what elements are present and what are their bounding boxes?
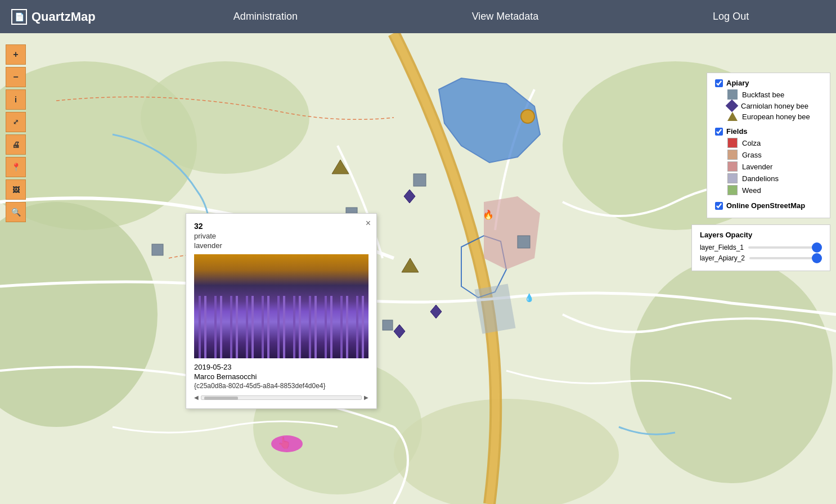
grass-label: Grass: [742, 151, 762, 159]
print-button[interactable]: 🖨: [6, 134, 26, 155]
layer-fields-row: layer_Fields_1: [700, 244, 822, 251]
popup-scrollbar: ◀ ▶: [194, 394, 368, 400]
grass-icon: [727, 150, 738, 160]
layers-opacity-panel: Layers Opacity layer_Fields_1 layer_Apia…: [691, 224, 830, 271]
main-nav: Administration View Metadata Log Out: [146, 11, 836, 22]
osm-checkbox[interactable]: [715, 202, 723, 210]
nav-view-metadata[interactable]: View Metadata: [472, 11, 539, 22]
popup-close-button[interactable]: ×: [366, 218, 371, 228]
apiary-label: Apiary: [726, 79, 749, 87]
search-button[interactable]: 🔍: [6, 202, 26, 222]
popup-access: private: [194, 232, 368, 240]
nav-administration[interactable]: Administration: [233, 11, 298, 22]
nav-logout[interactable]: Log Out: [713, 11, 749, 22]
scroll-left-arrow[interactable]: ◀: [194, 394, 199, 400]
apiary-checkbox[interactable]: [715, 79, 723, 87]
weed-icon: [727, 185, 738, 195]
brand: 📄 QuartzMap: [0, 9, 146, 25]
share-button[interactable]: ⤢: [6, 112, 26, 132]
apiary-section: Apiary: [715, 79, 822, 87]
scroll-track[interactable]: [201, 395, 362, 400]
layer-apiary-label: layer_Apiary_2: [700, 254, 745, 262]
svg-point-23: [521, 110, 534, 123]
colza-label: Colza: [742, 139, 761, 147]
scroll-thumb: [204, 397, 238, 400]
zoom-in-button[interactable]: +: [6, 44, 26, 65]
european-label: European honey bee: [742, 112, 810, 121]
opacity-title: Layers Opacity: [700, 231, 822, 239]
legend-grass: Grass: [727, 150, 822, 160]
buckfast-label: Buckfast bee: [742, 91, 784, 99]
zoom-out-button[interactable]: −: [6, 67, 26, 87]
layer-fields-label: layer_Fields_1: [700, 244, 744, 251]
popup-user: Marco Bernasocchi: [194, 372, 368, 381]
brand-icon: 📄: [11, 9, 27, 25]
legend-panel: Apiary Buckfast bee Carniolan honey bee …: [707, 73, 830, 218]
svg-point-27: [271, 435, 303, 452]
header: 📄 QuartzMap Administration View Metadata…: [0, 0, 836, 33]
feature-popup: × 32 private lavender 2019-05-23 Marco B…: [186, 213, 377, 409]
colza-icon: [727, 138, 738, 148]
popup-date: 2019-05-23: [194, 363, 368, 371]
legend-dandelions: Dandelions: [727, 173, 822, 183]
map-controls: + − i ⤢ 🖨 📍 🖼 🔍: [6, 44, 26, 222]
european-icon: [727, 112, 738, 121]
fields-label: Fields: [726, 127, 748, 136]
legend-carniolan: Carniolan honey bee: [727, 101, 822, 110]
osm-section: Online OpenStreetMap: [715, 201, 822, 210]
popup-type: lavender: [194, 241, 368, 250]
scroll-right-arrow[interactable]: ▶: [364, 394, 368, 400]
fields-checkbox[interactable]: [715, 128, 723, 136]
dandelions-label: Dandelions: [742, 174, 779, 183]
popup-id: 32: [194, 222, 368, 231]
svg-rect-15: [383, 320, 393, 330]
brand-name: QuartzMap: [32, 10, 96, 24]
layer-fields-slider[interactable]: [748, 246, 822, 249]
svg-text:🔥: 🔥: [483, 209, 494, 220]
lavender-label: Lavender: [742, 163, 772, 171]
location-button[interactable]: 📍: [6, 157, 26, 177]
legend-colza: Colza: [727, 138, 822, 148]
svg-rect-12: [413, 174, 426, 186]
svg-rect-17: [518, 236, 530, 248]
carniolan-icon: [726, 100, 739, 112]
svg-text:💧: 💧: [524, 293, 534, 303]
legend-european: European honey bee: [727, 112, 822, 121]
image-button[interactable]: 🖼: [6, 179, 26, 200]
osm-label: Online OpenStreetMap: [726, 201, 805, 210]
layer-apiary-slider[interactable]: [749, 257, 822, 259]
legend-lavender: Lavender: [727, 161, 822, 172]
buckfast-icon: [727, 89, 738, 100]
dandelions-icon: [727, 173, 738, 183]
svg-marker-10: [484, 196, 540, 269]
weed-label: Weed: [742, 186, 761, 195]
layer-apiary-row: layer_Apiary_2: [700, 254, 822, 262]
fields-section: Fields: [715, 127, 822, 136]
popup-image: [194, 254, 368, 358]
svg-point-5: [630, 258, 833, 483]
map[interactable]: 🔥 💧 👆 + − i ⤢ 🖨 📍 🖼 🔍 Apiary Buckfast be…: [0, 33, 836, 504]
lavender-icon: [727, 161, 738, 172]
legend-buckfast: Buckfast bee: [727, 89, 822, 100]
carniolan-label: Carniolan honey bee: [741, 102, 808, 110]
popup-uuid: {c25a0d8a-802d-45d5-a8a4-8853def4d0e4}: [194, 382, 368, 390]
info-button[interactable]: i: [6, 89, 26, 110]
legend-weed: Weed: [727, 185, 822, 195]
svg-rect-16: [152, 244, 163, 255]
